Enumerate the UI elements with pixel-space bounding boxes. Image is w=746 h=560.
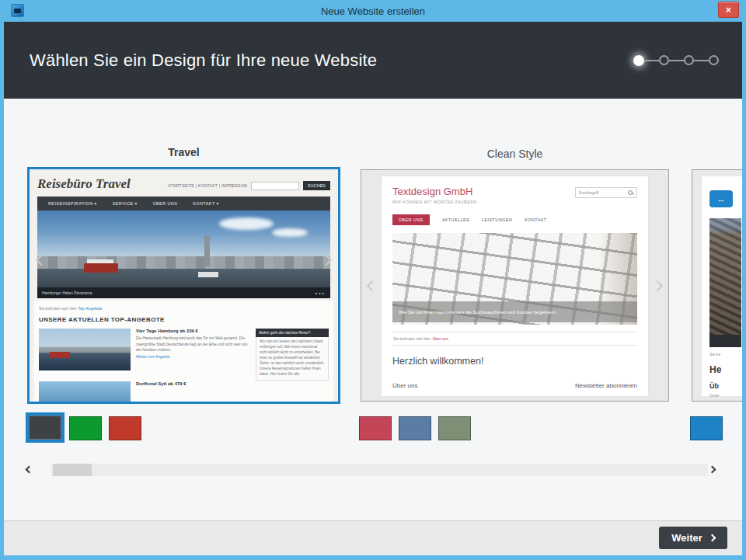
travel-preview-heading: UNSERE AKTUELLEN TOP-ANGEBOTE xyxy=(37,314,330,329)
template-label-clean-style: Clean Style xyxy=(361,148,669,160)
step-2-indicator xyxy=(659,55,669,65)
boat-shape xyxy=(84,263,118,273)
clean-preview-tagline: WIR KÖNNEN MIT WORTEN ZAUBERN xyxy=(392,200,477,204)
clean-preview-page: Textdesign GmbH WIR KÖNNEN MIT WORTEN ZA… xyxy=(382,176,648,396)
close-button[interactable]: × xyxy=(718,2,739,18)
close-icon: × xyxy=(726,5,731,15)
travel-sidebar: Wohin geht die nächste Reise? Wo man am … xyxy=(256,329,329,404)
travel-article-1-photo xyxy=(39,329,131,370)
travel-color-swatch-green[interactable] xyxy=(69,416,102,440)
travel-nav-item: REISEINSPIRATION ▾ xyxy=(48,201,97,206)
travel-article-2-photo xyxy=(39,381,131,404)
article-title: Dorfhotel Sylt ab 479 € xyxy=(136,381,186,402)
template-card-clean-style[interactable]: Textdesign GmbH WIR KÖNNEN MIT WORTEN ZA… xyxy=(361,169,669,402)
travel-preview-body: Sie befinden sich hier: Top-Angebote UNS… xyxy=(34,301,333,404)
travel-articles: Vier Tage Hamburg ab 339 € Die Hansestad… xyxy=(39,329,249,404)
sidebar-text: Wo man am besten den nächsten Urlaub ver… xyxy=(256,337,329,381)
app-icon xyxy=(11,4,24,17)
travel-nav-item: KONTAKT ▾ xyxy=(193,201,218,206)
travel-preview-logo: Reisebüro Travel xyxy=(37,176,131,192)
search-placeholder: Suchbegriff xyxy=(579,190,598,195)
clean-photo-caption: Wie Sie mit Ihren Internettexten die Suc… xyxy=(392,301,637,322)
article-link: Weiter zum Angebot. xyxy=(136,355,249,359)
dialog-footer: Weiter xyxy=(4,520,742,555)
clean-carousel-prev-icon[interactable] xyxy=(365,282,376,293)
step-connector xyxy=(644,60,659,61)
travel-preview-toplinks: STARTSEITE | KONTAKT | IMPRESSUM xyxy=(169,183,248,188)
clean-preview-logo: Textdesign GmbH xyxy=(392,186,477,197)
clean-nav-item: AKTUELLES xyxy=(442,217,469,222)
travel-preview-search-input xyxy=(251,182,299,190)
titlebar[interactable]: Neue Website erstellen × xyxy=(0,0,746,22)
clean-color-swatch-red[interactable] xyxy=(359,416,392,440)
travel-breadcrumb: Sie befinden sich hier: Top-Angebote xyxy=(37,303,330,314)
skyline-shape xyxy=(37,256,330,270)
slider-dots: ●●● xyxy=(315,291,326,295)
scroll-right-icon[interactable] xyxy=(708,464,720,476)
next-button-label: Weiter xyxy=(671,532,702,544)
travel-photo-caption: Hamburger Hafen Panorama xyxy=(42,290,92,295)
breadcrumb-prefix: Sie befinden sich hier: xyxy=(393,336,431,341)
scrollbar-thumb[interactable] xyxy=(53,464,92,476)
gallery-scrollbar xyxy=(4,464,742,476)
travel-nav-item: ÜBER UNS xyxy=(153,201,178,206)
travel-carousel-next-icon[interactable] xyxy=(322,256,333,267)
travel-preview-topbar: STARTSEITE | KONTAKT | IMPRESSUM SUCHEN xyxy=(169,181,330,192)
clean-carousel-next-icon[interactable] xyxy=(654,282,664,293)
travel-photo-caption-bar: Hamburger Hafen Panorama ●●● xyxy=(37,287,330,298)
step-1-indicator xyxy=(633,55,644,66)
travel-nav-item: SERVICE ▾ xyxy=(113,201,138,206)
tower-shape xyxy=(204,235,210,267)
wizard-progress xyxy=(633,55,719,66)
third-color-swatch-blue[interactable] xyxy=(690,416,723,440)
travel-preview-hero-photo: Hamburger Hafen Panorama ●●● xyxy=(37,210,330,298)
next-button[interactable]: Weiter xyxy=(659,527,727,549)
clean-footer-link: Über uns xyxy=(392,382,417,389)
cloud-shape xyxy=(272,228,308,237)
chevron-right-icon xyxy=(708,534,716,542)
window-title: Neue Website erstellen xyxy=(321,5,425,17)
travel-article-1: Vier Tage Hamburg ab 339 € Die Hansestad… xyxy=(39,329,249,370)
travel-carousel-prev-icon[interactable] xyxy=(34,256,45,267)
clean-preview-nav: ÜBER UNS AKTUELLES LEISTUNGEN KONTAKT xyxy=(392,214,637,225)
template-card-travel[interactable]: Reisebüro Travel STARTSEITE | KONTAKT | … xyxy=(27,167,340,404)
third-breadcrumb: Sie be xyxy=(709,352,741,357)
scroll-left-icon[interactable] xyxy=(23,464,35,476)
travel-preview-header: Reisebüro Travel STARTSEITE | KONTAKT | … xyxy=(30,169,338,195)
clean-preview-keyboard-photo: Wie Sie mit Ihren Internettexten die Suc… xyxy=(392,233,637,325)
template-label-travel: Travel xyxy=(27,146,340,158)
breadcrumb-link: Top-Angebote xyxy=(78,306,103,311)
clean-preview-branding: Textdesign GmbH WIR KÖNNEN MIT WORTEN ZA… xyxy=(392,186,477,204)
boat-shape xyxy=(198,272,218,277)
new-website-dialog: Neue Website erstellen × Wählen Sie ein … xyxy=(0,0,746,560)
template-card-partial[interactable]: ↔ Sie be He Üb Gebe xyxy=(692,169,742,402)
third-photo-caption-bar xyxy=(709,335,741,347)
third-preview-rock-photo xyxy=(709,218,741,347)
page-title: Wählen Sie ein Design für Ihre neue Webs… xyxy=(30,50,377,71)
third-preview-subheading: Üb xyxy=(709,382,741,390)
travel-preview-nav: REISEINSPIRATION ▾ SERVICE ▾ ÜBER UNS KO… xyxy=(37,197,330,210)
clean-preview-search-input: Suchbegriff xyxy=(575,187,637,198)
article-text: Die Hansestadt Hamburg wird auch das Tor… xyxy=(136,336,249,353)
travel-color-swatch-selected[interactable] xyxy=(26,412,64,443)
sidebar-title: Wohin geht die nächste Reise? xyxy=(256,329,329,337)
clean-nav-item-active: ÜBER UNS xyxy=(392,214,430,225)
clean-breadcrumb: Sie befinden sich hier: Über uns xyxy=(392,332,637,346)
scrollbar-track[interactable] xyxy=(51,464,708,476)
third-preview-page: ↔ Sie be He Üb Gebe xyxy=(702,176,742,396)
breadcrumb-prefix: Sie befinden sich hier: xyxy=(39,306,77,311)
clean-footer-link: Newsletter abonnieren xyxy=(575,382,637,389)
step-4-indicator xyxy=(709,55,719,65)
clean-color-swatch-green[interactable] xyxy=(438,416,471,440)
third-preview-text: Gebe xyxy=(709,393,741,398)
clean-nav-item: LEISTUNGEN xyxy=(482,217,512,222)
swatch-color xyxy=(29,416,61,440)
breadcrumb-link: Über uns xyxy=(433,336,448,341)
clean-nav-item: KONTAKT xyxy=(525,217,546,222)
clean-color-swatch-blue[interactable] xyxy=(399,416,431,440)
arrows-icon: ↔ xyxy=(709,190,733,207)
travel-preview-search-button: SUCHEN xyxy=(303,181,330,190)
search-icon xyxy=(628,190,633,196)
travel-color-swatch-red[interactable] xyxy=(109,416,141,440)
step-3-indicator xyxy=(684,55,694,65)
